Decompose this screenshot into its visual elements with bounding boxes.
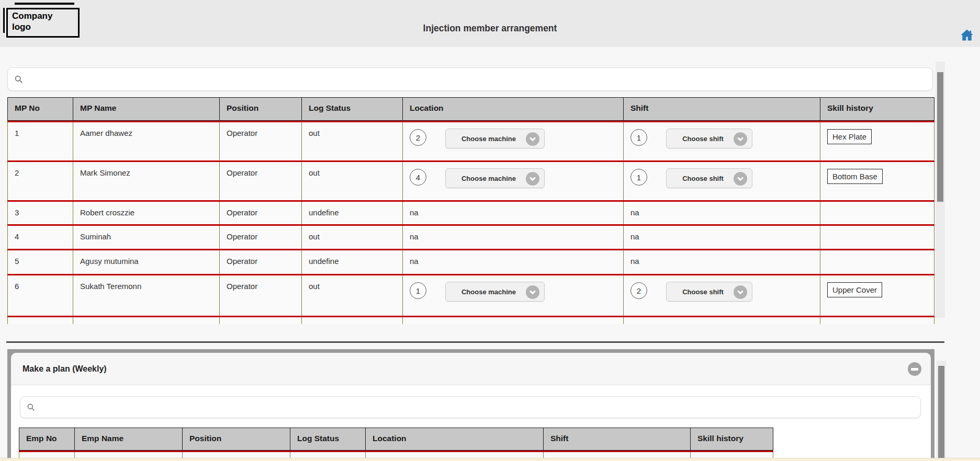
mp-no: 7 — [7, 317, 73, 324]
log-status: out — [302, 162, 403, 200]
column-header-mp-no: MP No — [7, 97, 73, 121]
scrollbar-thumb[interactable] — [937, 72, 943, 202]
chevron-down-icon — [734, 285, 747, 299]
skill-cell — [820, 250, 934, 274]
column-header-position: Position — [220, 97, 302, 121]
column-header-emp-name: Emp Name — [75, 428, 183, 451]
mp-name: Pontiman sud — [73, 317, 220, 324]
minus-icon — [911, 368, 918, 371]
shift-cell: 2Choose shift — [624, 275, 820, 316]
skill-button[interactable]: Hex Plate — [827, 129, 872, 144]
log-status: out — [302, 226, 403, 249]
chevron-down-icon — [526, 285, 539, 299]
shift-cell: 1Choose shift — [624, 162, 820, 200]
choose-machine-dropdown[interactable]: Choose machine — [445, 129, 545, 148]
column-header-log-status: Log Status — [290, 428, 366, 451]
section-divider — [6, 341, 944, 343]
skill-cell: Bottom Base — [820, 162, 934, 200]
table-row: 4 Suminah Operator out na na — [7, 224, 934, 249]
table-row: 6 Sukath Teremonn Operator out 1Choose m… — [7, 274, 934, 316]
search-icon — [27, 403, 35, 411]
log-status: undefine — [302, 202, 403, 224]
mp-no: 4 — [7, 226, 73, 249]
column-header-position: Position — [183, 428, 290, 451]
location-cell: 4Choose machine — [403, 162, 624, 200]
log-status — [290, 452, 366, 458]
member-table-header: MP No MP Name Position Log Status Locati… — [7, 97, 934, 121]
position: Operator — [220, 275, 302, 316]
skill-cell — [820, 202, 934, 224]
column-header-skill-history: Skill history — [820, 97, 934, 121]
home-icon[interactable] — [960, 28, 974, 42]
choose-machine-dropdown[interactable]: Choose machine — [445, 168, 545, 188]
location-cell: na — [403, 202, 624, 224]
log-status: undefine — [302, 317, 403, 324]
mp-name: Mark Simonez — [73, 162, 220, 200]
skill-cell: Upper Cover — [820, 275, 934, 316]
position: Operator — [220, 317, 302, 324]
member-table: MP No MP Name Position Log Status Locati… — [7, 97, 934, 324]
panel-title: Make a plan (Weekly) — [22, 364, 107, 374]
member-search[interactable] — [7, 67, 933, 91]
skill-cell — [691, 452, 773, 458]
plan-search[interactable] — [20, 396, 921, 418]
shift-badge: 1 — [630, 169, 647, 186]
mp-name: Agusy mutumina — [73, 250, 220, 274]
column-header-log-status: Log Status — [302, 97, 403, 121]
app-header: Company logo Injection member arrangemen… — [0, 0, 980, 47]
chevron-down-icon — [734, 172, 747, 186]
choose-machine-dropdown[interactable]: Choose machine — [445, 282, 545, 302]
skill-cell: Hex Plate — [820, 122, 934, 160]
collapse-panel-button[interactable] — [908, 362, 921, 376]
mp-name: Sukath Teremonn — [73, 275, 220, 316]
choose-shift-dropdown[interactable]: Choose shift — [666, 282, 752, 302]
location-cell: na — [403, 250, 624, 274]
position: Operator — [220, 226, 302, 249]
mp-name: Aamer dhawez — [73, 122, 220, 160]
shift-badge: 1 — [630, 129, 647, 146]
location-cell — [366, 452, 544, 458]
table-row: 5 Agusy mutumina Operator undefine na na — [7, 249, 934, 274]
column-header-shift: Shift — [544, 428, 691, 451]
location-badge: 4 — [410, 169, 426, 186]
shift-cell: na — [624, 226, 820, 249]
log-status: undefine — [302, 250, 403, 274]
shift-cell: na — [624, 250, 820, 274]
choose-shift-dropdown[interactable]: Choose shift — [666, 129, 752, 148]
location-badge: 2 — [410, 129, 426, 146]
position — [183, 452, 290, 458]
position: Operator — [220, 202, 302, 224]
choose-shift-dropdown[interactable]: Choose shift — [666, 168, 752, 188]
skill-button[interactable]: Upper Cover — [827, 282, 882, 297]
mp-no: 5 — [7, 250, 73, 274]
shift-cell — [624, 317, 820, 324]
table-row: 2 Mark Simonez Operator out 4Choose mach… — [7, 160, 934, 200]
column-header-emp-no: Emp No — [19, 428, 75, 451]
skill-button[interactable]: Bottom Base — [827, 169, 883, 184]
plan-search-input[interactable] — [40, 397, 914, 418]
skill-cell — [820, 317, 934, 324]
mp-no: 3 — [7, 202, 73, 224]
weekly-plan-panel-header: Make a plan (Weekly) — [11, 353, 931, 385]
emp-no — [19, 452, 75, 458]
chevron-down-icon — [526, 172, 539, 186]
log-status: out — [302, 275, 403, 316]
location-badge: 1 — [410, 282, 426, 299]
location-cell: 2Choose machine — [403, 122, 624, 160]
mp-name: Robert croszzie — [73, 202, 220, 224]
scrollbar-thumb[interactable] — [938, 366, 944, 458]
log-status: out — [302, 122, 403, 160]
mp-no: 6 — [7, 275, 73, 316]
shift-cell: na — [624, 202, 820, 224]
bottom-strip — [0, 458, 980, 461]
emp-name — [75, 452, 183, 458]
chevron-down-icon — [526, 132, 539, 146]
location-cell — [403, 317, 624, 324]
page-title: Injection member arrangement — [0, 23, 980, 34]
shift-cell: 1Choose shift — [624, 122, 820, 160]
mp-no: 1 — [7, 122, 73, 160]
mp-name: Suminah — [73, 226, 220, 249]
position: Operator — [220, 162, 302, 200]
shift-badge: 2 — [630, 282, 647, 299]
member-search-input[interactable] — [28, 68, 926, 90]
